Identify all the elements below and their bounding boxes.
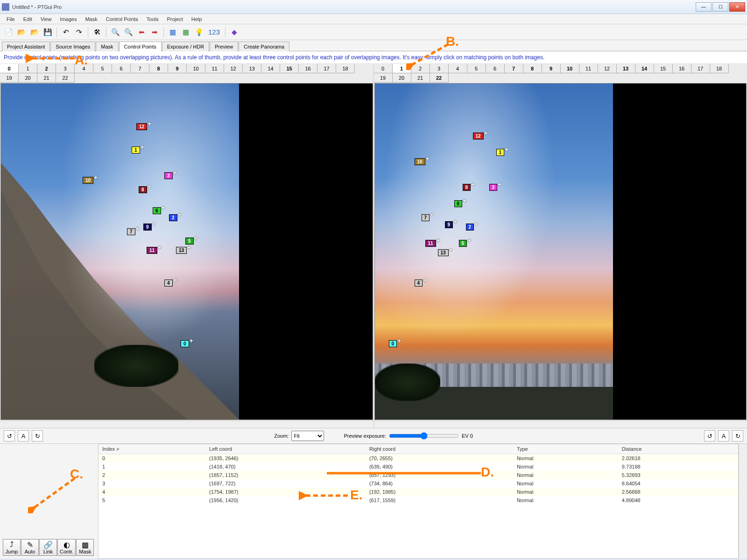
left-rotate-cw-button[interactable]: ↻ [32, 430, 43, 441]
cp-marker-0[interactable]: 0 [389, 340, 397, 347]
image-tab-8[interactable]: 8 [149, 64, 168, 73]
auto-button[interactable]: ✎Auto [21, 539, 39, 556]
menu-images[interactable]: Images [56, 15, 80, 23]
help-icon[interactable]: ◆ [229, 27, 240, 38]
image-tab-5[interactable]: 5 [467, 64, 486, 73]
close-button[interactable]: ✕ [729, 2, 745, 12]
cp-marker-3[interactable]: 3 [489, 184, 498, 191]
tab-project-assistant[interactable]: Project Assistant [2, 42, 50, 51]
image-tab-14[interactable]: 14 [635, 64, 654, 73]
cp-marker-8[interactable]: 8 [139, 186, 147, 193]
image-tab-4[interactable]: 4 [75, 64, 93, 73]
image-tab-19[interactable]: 19 [0, 73, 19, 83]
jump-button[interactable]: ⤴Jump [3, 539, 21, 556]
next-icon[interactable]: ➡ [149, 27, 160, 38]
menu-edit[interactable]: Edit [20, 15, 36, 23]
cp-marker-1[interactable]: 1 [132, 147, 140, 154]
table-row[interactable]: 2(1857, 1152)(657, 1293)Normal5.32893 [99, 471, 738, 479]
cp-marker-7[interactable]: 7 [127, 228, 135, 235]
table-row[interactable]: 5(1956, 1420)(617, 1559)Normal4.89048 [99, 496, 738, 504]
col-leftcoord[interactable]: Left coord [205, 444, 366, 454]
image-tab-8[interactable]: 8 [523, 64, 542, 73]
idea-icon[interactable]: 💡 [193, 27, 204, 38]
image-tab-6[interactable]: 6 [112, 64, 131, 73]
cp-marker-4[interactable]: 4 [415, 280, 423, 287]
image-tab-17[interactable]: 17 [691, 64, 710, 73]
menu-tools[interactable]: Tools [143, 15, 162, 23]
menu-project[interactable]: Project [163, 15, 187, 23]
image-tab-15[interactable]: 15 [654, 64, 673, 73]
image-tab-1[interactable]: 1 [393, 64, 411, 73]
tab-exposure---hdr[interactable]: Exposure / HDR [162, 42, 209, 51]
cp-marker-11[interactable]: 11 [425, 240, 436, 247]
cp-marker-13[interactable]: 13 [176, 247, 187, 254]
col-rightcoord[interactable]: Right coord [366, 444, 513, 454]
zoom-in-icon[interactable]: 🔍 [110, 27, 121, 38]
undo-icon[interactable]: ↶ [60, 27, 71, 38]
open-recent-icon[interactable]: 📂 [29, 27, 40, 38]
image-tab-17[interactable]: 17 [317, 64, 336, 73]
col-index[interactable]: Index > [99, 444, 205, 454]
link-button[interactable]: 🔗Link [39, 539, 57, 556]
image-tab-13[interactable]: 13 [617, 64, 635, 73]
zoom-out-icon[interactable]: 🔍 [123, 27, 134, 38]
image-tab-9[interactable]: 9 [542, 64, 561, 73]
right-rotate-ccw-button[interactable]: ↺ [704, 430, 715, 441]
control-points-table[interactable]: Index >Left coordRight coordTypeDistance… [98, 444, 739, 559]
save-icon[interactable]: 💾 [42, 27, 53, 38]
cp-marker-9[interactable]: 9 [445, 221, 453, 228]
menu-control-points[interactable]: Control Points [102, 15, 142, 23]
tab-source-images[interactable]: Source Images [50, 42, 95, 51]
image-tab-11[interactable]: 11 [579, 64, 598, 73]
image-tab-13[interactable]: 13 [243, 64, 261, 73]
cp-marker-12[interactable]: 12 [473, 133, 484, 140]
image-tab-18[interactable]: 18 [336, 64, 355, 73]
tab-mask[interactable]: Mask [96, 42, 118, 51]
exposure-slider[interactable] [389, 432, 459, 440]
table-row[interactable]: 3(1697, 722)(734, 864)Normal8.64054 [99, 479, 738, 488]
tab-create-panorama[interactable]: Create Panorama [239, 42, 289, 51]
cp-marker-8[interactable]: 8 [463, 184, 471, 191]
image-tab-22[interactable]: 22 [430, 73, 449, 83]
image-tab-15[interactable]: 15 [280, 64, 299, 73]
image-tab-4[interactable]: 4 [449, 64, 467, 73]
open-icon[interactable]: 📂 [16, 27, 27, 38]
right-rotate-cw-button[interactable]: ↻ [732, 430, 743, 441]
cp-marker-0[interactable]: 0 [181, 340, 189, 347]
image-tab-2[interactable]: 2 [37, 64, 56, 73]
cp-marker-12[interactable]: 12 [136, 123, 147, 130]
redo-icon[interactable]: ↷ [73, 27, 85, 38]
panorama-editor-icon[interactable]: ▦ [167, 27, 178, 38]
zoom-select[interactable]: Fit [291, 431, 324, 441]
image-tab-21[interactable]: 21 [411, 73, 430, 83]
cp-marker-13[interactable]: 13 [438, 249, 449, 256]
image-tab-19[interactable]: 19 [374, 73, 393, 83]
cp-marker-11[interactable]: 11 [147, 247, 157, 254]
image-tab-0[interactable]: 0 [374, 64, 393, 73]
col-type[interactable]: Type [513, 444, 618, 454]
image-tab-12[interactable]: 12 [598, 64, 617, 73]
cp-marker-2[interactable]: 2 [169, 214, 177, 221]
table-row[interactable]: 1(1418, 470)(639, 490)Normal9.73188 [99, 462, 738, 471]
cp-marker-2[interactable]: 2 [466, 224, 474, 231]
image-tab-20[interactable]: 20 [19, 73, 37, 83]
cp-marker-10[interactable]: 10 [415, 158, 425, 165]
tab-preview[interactable]: Preview [210, 42, 238, 51]
cp-marker-3[interactable]: 3 [164, 172, 173, 179]
table-row[interactable]: 4(1754, 1987)(192, 1985)Normal2.56868 [99, 488, 738, 496]
image-tab-16[interactable]: 16 [673, 64, 691, 73]
right-auto-button[interactable]: A [718, 430, 729, 441]
detail-viewer-icon[interactable]: ▦ [180, 27, 191, 38]
image-tab-14[interactable]: 14 [261, 64, 280, 73]
image-tab-0[interactable]: 0 [0, 64, 19, 73]
left-rotate-ccw-button[interactable]: ↺ [4, 430, 15, 441]
image-tab-3[interactable]: 3 [56, 64, 75, 73]
options-icon[interactable]: 🛠 [92, 27, 103, 38]
image-tab-11[interactable]: 11 [205, 64, 224, 73]
image-tab-12[interactable]: 12 [224, 64, 243, 73]
image-tab-6[interactable]: 6 [486, 64, 505, 73]
menu-view[interactable]: View [37, 15, 56, 23]
prev-icon[interactable]: ⬅ [136, 27, 147, 38]
minimize-button[interactable]: — [696, 2, 712, 12]
image-tab-1[interactable]: 1 [19, 64, 37, 73]
